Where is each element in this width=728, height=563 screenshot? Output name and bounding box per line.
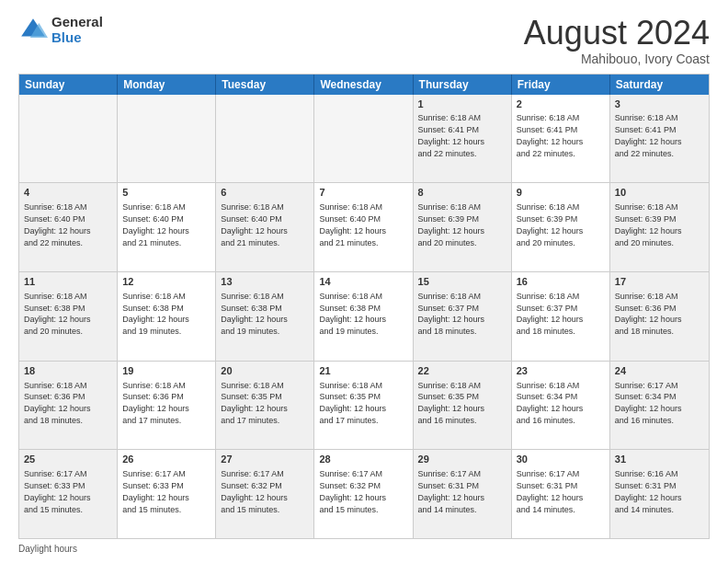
calendar-cell: 13Sunrise: 6:18 AM Sunset: 6:38 PM Dayli…: [216, 272, 314, 361]
calendar-row-4: 18Sunrise: 6:18 AM Sunset: 6:36 PM Dayli…: [19, 361, 709, 450]
day-info: Sunrise: 6:18 AM Sunset: 6:40 PM Dayligh…: [319, 202, 386, 247]
day-number: 19: [122, 364, 210, 378]
footer: Daylight hours: [18, 544, 710, 554]
calendar-row-3: 11Sunrise: 6:18 AM Sunset: 6:38 PM Dayli…: [19, 271, 709, 361]
day-number: 13: [221, 275, 309, 289]
calendar-cell: 22Sunrise: 6:18 AM Sunset: 6:35 PM Dayli…: [414, 362, 512, 450]
day-number: 21: [319, 364, 407, 378]
day-info: Sunrise: 6:18 AM Sunset: 6:37 PM Dayligh…: [418, 292, 485, 336]
day-number: 22: [418, 364, 506, 378]
day-info: Sunrise: 6:18 AM Sunset: 6:35 PM Dayligh…: [418, 381, 485, 425]
day-info: Sunrise: 6:18 AM Sunset: 6:39 PM Dayligh…: [517, 202, 584, 247]
calendar-cell: [19, 95, 118, 183]
day-info: Sunrise: 6:17 AM Sunset: 6:31 PM Dayligh…: [517, 469, 584, 513]
day-number: 11: [24, 275, 112, 289]
day-number: 24: [615, 364, 704, 378]
day-info: Sunrise: 6:18 AM Sunset: 6:40 PM Dayligh…: [24, 202, 91, 247]
day-info: Sunrise: 6:18 AM Sunset: 6:38 PM Dayligh…: [319, 292, 386, 336]
day-info: Sunrise: 6:18 AM Sunset: 6:37 PM Dayligh…: [517, 292, 584, 336]
calendar-cell: 5Sunrise: 6:18 AM Sunset: 6:40 PM Daylig…: [118, 183, 216, 271]
calendar-cell: 25Sunrise: 6:17 AM Sunset: 6:33 PM Dayli…: [19, 450, 118, 538]
calendar-body: 1Sunrise: 6:18 AM Sunset: 6:41 PM Daylig…: [19, 95, 709, 538]
day-info: Sunrise: 6:18 AM Sunset: 6:39 PM Dayligh…: [615, 202, 682, 247]
calendar-cell: 17Sunrise: 6:18 AM Sunset: 6:36 PM Dayli…: [610, 272, 709, 361]
day-info: Sunrise: 6:18 AM Sunset: 6:34 PM Dayligh…: [517, 381, 584, 425]
calendar-cell: 20Sunrise: 6:18 AM Sunset: 6:35 PM Dayli…: [216, 362, 314, 450]
day-number: 5: [122, 186, 210, 200]
day-info: Sunrise: 6:18 AM Sunset: 6:39 PM Dayligh…: [418, 202, 485, 247]
month-title: August 2024: [524, 15, 710, 52]
day-number: 18: [24, 364, 112, 378]
header-day-wednesday: Wednesday: [314, 75, 413, 95]
day-info: Sunrise: 6:17 AM Sunset: 6:33 PM Dayligh…: [122, 469, 189, 513]
calendar-cell: 19Sunrise: 6:18 AM Sunset: 6:36 PM Dayli…: [118, 362, 216, 450]
day-number: 3: [615, 98, 704, 111]
logo-general: General: [51, 15, 103, 30]
calendar-cell: 26Sunrise: 6:17 AM Sunset: 6:33 PM Dayli…: [118, 450, 216, 538]
day-number: 29: [418, 453, 506, 466]
day-info: Sunrise: 6:17 AM Sunset: 6:31 PM Dayligh…: [418, 469, 485, 513]
day-number: 4: [24, 186, 112, 200]
day-number: 25: [24, 453, 112, 466]
day-number: 1: [418, 98, 506, 111]
calendar-cell: 31Sunrise: 6:16 AM Sunset: 6:31 PM Dayli…: [610, 450, 709, 538]
day-info: Sunrise: 6:18 AM Sunset: 6:36 PM Dayligh…: [24, 381, 91, 425]
day-number: 17: [615, 275, 704, 289]
calendar-cell: 24Sunrise: 6:17 AM Sunset: 6:34 PM Dayli…: [610, 362, 709, 450]
day-info: Sunrise: 6:18 AM Sunset: 6:41 PM Dayligh…: [517, 113, 584, 157]
calendar-cell: [118, 95, 216, 183]
calendar-cell: 3Sunrise: 6:18 AM Sunset: 6:41 PM Daylig…: [610, 95, 709, 183]
day-info: Sunrise: 6:16 AM Sunset: 6:31 PM Dayligh…: [615, 469, 682, 513]
calendar-cell: 30Sunrise: 6:17 AM Sunset: 6:31 PM Dayli…: [512, 450, 610, 538]
day-info: Sunrise: 6:18 AM Sunset: 6:38 PM Dayligh…: [221, 292, 288, 336]
calendar-cell: 23Sunrise: 6:18 AM Sunset: 6:34 PM Dayli…: [512, 362, 610, 450]
day-number: 15: [418, 275, 506, 289]
logo-icon: [18, 16, 48, 45]
title-area: August 2024 Mahibouo, Ivory Coast: [524, 15, 710, 66]
calendar-cell: 9Sunrise: 6:18 AM Sunset: 6:39 PM Daylig…: [512, 183, 610, 271]
calendar: SundayMondayTuesdayWednesdayThursdayFrid…: [18, 74, 710, 539]
day-info: Sunrise: 6:18 AM Sunset: 6:35 PM Dayligh…: [319, 381, 386, 425]
calendar-cell: 29Sunrise: 6:17 AM Sunset: 6:31 PM Dayli…: [414, 450, 512, 538]
day-number: 9: [517, 186, 605, 200]
calendar-cell: 4Sunrise: 6:18 AM Sunset: 6:40 PM Daylig…: [19, 183, 118, 271]
day-info: Sunrise: 6:17 AM Sunset: 6:33 PM Dayligh…: [24, 469, 91, 513]
calendar-cell: [314, 95, 413, 183]
calendar-cell: 2Sunrise: 6:18 AM Sunset: 6:41 PM Daylig…: [512, 95, 610, 183]
day-number: 6: [221, 186, 309, 200]
calendar-header: SundayMondayTuesdayWednesdayThursdayFrid…: [19, 75, 709, 95]
header-day-thursday: Thursday: [414, 75, 512, 95]
calendar-cell: 7Sunrise: 6:18 AM Sunset: 6:40 PM Daylig…: [314, 183, 413, 271]
calendar-cell: 6Sunrise: 6:18 AM Sunset: 6:40 PM Daylig…: [216, 183, 314, 271]
calendar-cell: 28Sunrise: 6:17 AM Sunset: 6:32 PM Dayli…: [314, 450, 413, 538]
location-subtitle: Mahibouo, Ivory Coast: [524, 52, 710, 66]
calendar-cell: 14Sunrise: 6:18 AM Sunset: 6:38 PM Dayli…: [314, 272, 413, 361]
calendar-cell: 12Sunrise: 6:18 AM Sunset: 6:38 PM Dayli…: [118, 272, 216, 361]
day-number: 23: [517, 364, 605, 378]
day-info: Sunrise: 6:17 AM Sunset: 6:34 PM Dayligh…: [615, 381, 682, 425]
calendar-cell: 16Sunrise: 6:18 AM Sunset: 6:37 PM Dayli…: [512, 272, 610, 361]
calendar-cell: 1Sunrise: 6:18 AM Sunset: 6:41 PM Daylig…: [414, 95, 512, 183]
day-info: Sunrise: 6:17 AM Sunset: 6:32 PM Dayligh…: [319, 469, 386, 513]
calendar-cell: 21Sunrise: 6:18 AM Sunset: 6:35 PM Dayli…: [314, 362, 413, 450]
calendar-cell: 27Sunrise: 6:17 AM Sunset: 6:32 PM Dayli…: [216, 450, 314, 538]
header: General Blue August 2024 Mahibouo, Ivory…: [18, 15, 710, 66]
page: General Blue August 2024 Mahibouo, Ivory…: [0, 0, 728, 563]
day-number: 10: [615, 186, 704, 200]
logo-blue: Blue: [51, 30, 103, 46]
calendar-cell: [216, 95, 314, 183]
day-info: Sunrise: 6:18 AM Sunset: 6:41 PM Dayligh…: [615, 113, 682, 157]
logo: General Blue: [18, 15, 103, 45]
day-info: Sunrise: 6:18 AM Sunset: 6:40 PM Dayligh…: [122, 202, 189, 247]
header-day-sunday: Sunday: [19, 75, 118, 95]
calendar-cell: 10Sunrise: 6:18 AM Sunset: 6:39 PM Dayli…: [610, 183, 709, 271]
day-info: Sunrise: 6:18 AM Sunset: 6:38 PM Dayligh…: [24, 292, 91, 336]
day-number: 8: [418, 186, 506, 200]
day-info: Sunrise: 6:18 AM Sunset: 6:36 PM Dayligh…: [122, 381, 189, 425]
day-info: Sunrise: 6:18 AM Sunset: 6:41 PM Dayligh…: [418, 113, 485, 157]
calendar-row-5: 25Sunrise: 6:17 AM Sunset: 6:33 PM Dayli…: [19, 449, 709, 538]
calendar-row-2: 4Sunrise: 6:18 AM Sunset: 6:40 PM Daylig…: [19, 182, 709, 271]
day-info: Sunrise: 6:18 AM Sunset: 6:36 PM Dayligh…: [615, 292, 682, 336]
day-number: 27: [221, 453, 309, 466]
calendar-cell: 11Sunrise: 6:18 AM Sunset: 6:38 PM Dayli…: [19, 272, 118, 361]
